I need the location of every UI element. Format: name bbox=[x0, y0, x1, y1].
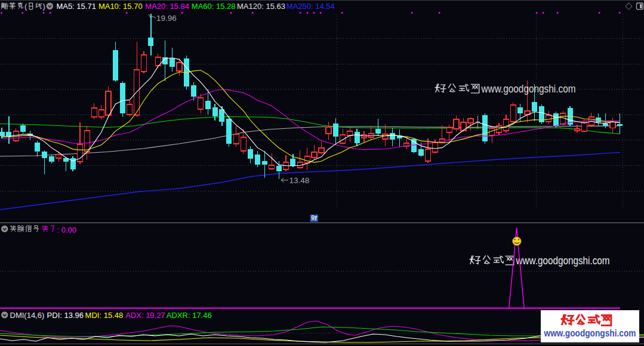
svg-text:(: ( bbox=[24, 2, 27, 11]
svg-text:www.goodgongshi.com: www.goodgongshi.com bbox=[544, 328, 636, 338]
svg-text:13.48: 13.48 bbox=[289, 176, 310, 185]
svg-text:DMI(14,6): DMI(14,6) bbox=[10, 311, 45, 320]
svg-text:MA5: 15.71: MA5: 15.71 bbox=[56, 2, 95, 11]
svg-text:PDI: 13.96: PDI: 13.96 bbox=[47, 311, 84, 320]
svg-text:ADX: 19.27: ADX: 19.27 bbox=[125, 311, 165, 320]
svg-text:MA120: 15.63: MA120: 15.63 bbox=[237, 2, 285, 11]
svg-text:MA250: 14.54: MA250: 14.54 bbox=[286, 2, 335, 11]
svg-text:MDI: 15.48: MDI: 15.48 bbox=[85, 311, 124, 320]
svg-text:19.96: 19.96 bbox=[156, 14, 177, 23]
svg-text:): ) bbox=[43, 2, 45, 11]
svg-text:MA10: 15.70: MA10: 15.70 bbox=[98, 2, 143, 11]
svg-text:MA20: 15.84: MA20: 15.84 bbox=[145, 2, 189, 11]
svg-text:: 0.00: : 0.00 bbox=[57, 225, 77, 234]
svg-text:MA60: 15.28: MA60: 15.28 bbox=[192, 2, 236, 11]
svg-text:www.goodgongshi.com: www.goodgongshi.com bbox=[481, 82, 576, 95]
svg-text:www.goodgongshi.com: www.goodgongshi.com bbox=[516, 254, 610, 267]
svg-text:ADXR: 17.46: ADXR: 17.46 bbox=[167, 311, 212, 320]
